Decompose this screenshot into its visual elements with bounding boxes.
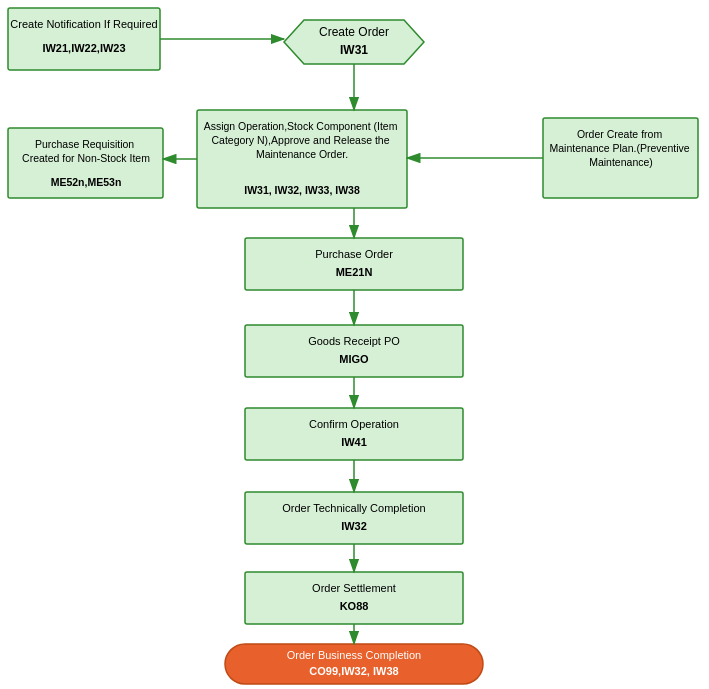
svg-rect-16	[245, 238, 463, 290]
node-create-order: Create Order IW31	[284, 20, 424, 64]
svg-rect-25	[245, 492, 463, 544]
svg-text:IW31: IW31	[340, 43, 368, 57]
node-order-settlement: Order Settlement KO88	[245, 572, 463, 624]
node-assign-operation: Assign Operation,Stock Component (Item C…	[197, 110, 407, 208]
svg-rect-19	[245, 325, 463, 377]
svg-rect-28	[245, 572, 463, 624]
svg-text:ME21N: ME21N	[336, 266, 373, 278]
node-goods-receipt: Goods Receipt PO MIGO	[245, 325, 463, 377]
node-confirm-operation: Confirm Operation IW41	[245, 408, 463, 460]
svg-text:CO99,IW32, IW38: CO99,IW32, IW38	[309, 665, 398, 677]
svg-text:Create Order: Create Order	[319, 25, 389, 39]
node-order-create-maintenance: Order Create from Maintenance Plan.(Prev…	[543, 118, 698, 198]
svg-text:Order Settlement: Order Settlement	[312, 582, 396, 594]
svg-text:ME52n,ME53n: ME52n,ME53n	[51, 176, 122, 188]
svg-text:Create Notification If Require: Create Notification If Required	[10, 18, 157, 30]
node-order-business-completion: Order Business Completion CO99,IW32, IW3…	[225, 644, 483, 684]
node-order-technically-completion: Order Technically Completion IW32	[245, 492, 463, 544]
svg-rect-22	[245, 408, 463, 460]
svg-text:IW31, IW32, IW33, IW38: IW31, IW32, IW33, IW38	[244, 184, 360, 196]
svg-text:Goods Receipt PO: Goods Receipt PO	[308, 335, 400, 347]
svg-text:Order Technically Completion: Order Technically Completion	[282, 502, 425, 514]
svg-text:Order Business Completion: Order Business Completion	[287, 649, 422, 661]
svg-text:Purchase Order: Purchase Order	[315, 248, 393, 260]
node-purchase-requisition: Purchase Requisition Created for Non-Sto…	[8, 128, 163, 198]
svg-text:Confirm Operation: Confirm Operation	[309, 418, 399, 430]
node-purchase-order: Purchase Order ME21N	[245, 238, 463, 290]
svg-text:IW21,IW22,IW23: IW21,IW22,IW23	[42, 42, 125, 54]
svg-text:IW41: IW41	[341, 436, 367, 448]
svg-text:IW32: IW32	[341, 520, 367, 532]
flowchart-svg: Create Notification If Required IW21,IW2…	[0, 0, 709, 689]
svg-text:MIGO: MIGO	[339, 353, 369, 365]
node-create-notification: Create Notification If Required IW21,IW2…	[8, 8, 160, 70]
svg-text:KO88: KO88	[340, 600, 369, 612]
flowchart-container: Create Notification If Required IW21,IW2…	[0, 0, 709, 689]
